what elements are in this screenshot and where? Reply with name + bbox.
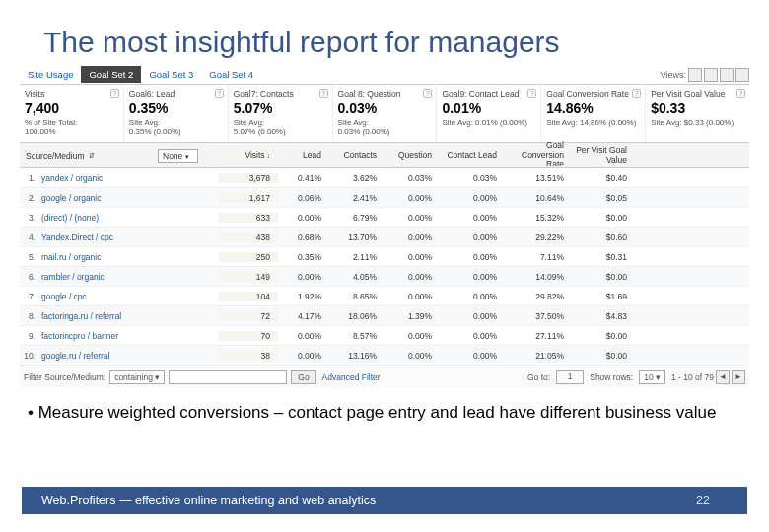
cell-pvgv: $0.05 <box>572 193 635 203</box>
header-question[interactable]: Question <box>384 151 440 160</box>
help-icon[interactable]: ? <box>736 89 745 98</box>
cell-pvgv: $1.69 <box>572 292 635 301</box>
header-lead[interactable]: Lead <box>278 151 329 160</box>
table-row[interactable]: 10.google.ru / referral380.00%13.16%0.00… <box>20 346 749 366</box>
help-icon[interactable]: ? <box>319 89 328 98</box>
view-pie-icon[interactable] <box>704 68 718 82</box>
cell-lead: 0.41% <box>278 173 329 183</box>
prev-page-button[interactable]: ◄ <box>716 370 730 384</box>
cell-visits: 633 <box>219 213 278 223</box>
filter-label: Filter Source/Medium: <box>24 372 105 382</box>
tab-goal-set-3[interactable]: Goal Set 3 <box>141 66 201 83</box>
cell-lead: 0.00% <box>278 213 329 223</box>
metric-card: ?Goal6: Lead0.35%Site Avg:0.35% (0.00%) <box>124 85 229 142</box>
cell-contacts: 13.70% <box>329 233 384 242</box>
metric-sub: Site Avg: 14.86% (0.00%) <box>546 118 640 127</box>
row-source[interactable]: google.ru / referral <box>39 351 158 361</box>
row-source[interactable]: factoringa.ru / referral <box>39 311 158 321</box>
header-gcr[interactable]: Goal Conversion Rate <box>505 141 572 168</box>
cell-lead: 0.68% <box>278 233 329 242</box>
cell-gcr: 10.64% <box>505 193 572 203</box>
secondary-dimension[interactable]: None <box>158 149 219 163</box>
cell-lead: 0.00% <box>278 331 329 341</box>
cell-contact-lead: 0.00% <box>440 292 505 301</box>
table-row[interactable]: 9.factorincpro / banner700.00%8.57%0.00%… <box>20 326 749 346</box>
cell-visits: 250 <box>219 252 278 262</box>
cell-gcr: 15.32% <box>505 213 572 223</box>
page-number: 22 <box>659 494 747 507</box>
cell-contact-lead: 0.00% <box>440 213 505 223</box>
cell-contact-lead: 0.00% <box>440 331 505 341</box>
help-icon[interactable]: ? <box>110 89 119 98</box>
cell-visits: 38 <box>219 351 278 361</box>
view-bar-icon[interactable] <box>720 68 734 82</box>
header-visits[interactable]: Visits ↓ <box>219 151 278 160</box>
tabs-row: Site Usage Goal Set 2 Goal Set 3 Goal Se… <box>20 65 749 85</box>
help-icon[interactable]: ? <box>215 89 224 98</box>
help-icon[interactable]: ? <box>527 89 536 98</box>
tab-goal-set-4[interactable]: Goal Set 4 <box>201 66 261 83</box>
advanced-filter-link[interactable]: Advanced Filter <box>322 372 381 382</box>
cell-lead: 0.06% <box>278 193 329 203</box>
metric-card: ?Goal 8: Question0.03%Site Avg:0.03% (0.… <box>333 85 438 142</box>
cell-lead: 0.35% <box>278 252 329 262</box>
row-source[interactable]: google / organic <box>39 193 158 203</box>
cell-gcr: 29.82% <box>505 292 572 301</box>
table-row[interactable]: 4.Yandex.Direct / cpc4380.68%13.70%0.00%… <box>20 228 749 247</box>
table-row[interactable]: 7.google / cpc1041.92%8.65%0.00%0.00%29.… <box>20 287 749 306</box>
row-source[interactable]: yandex / organic <box>39 173 158 183</box>
slide-title: The most insightful report for managers <box>0 0 769 65</box>
metric-label: Goal 8: Question <box>338 89 432 99</box>
tab-site-usage[interactable]: Site Usage <box>20 66 81 83</box>
cell-visits: 72 <box>219 311 278 321</box>
cell-gcr: 27.11% <box>505 331 572 341</box>
views-label: Views: <box>661 70 686 80</box>
cell-question: 0.00% <box>384 292 440 301</box>
table-row[interactable]: 3.(direct) / (none)6330.00%6.79%0.00%0.0… <box>20 208 749 228</box>
cell-gcr: 13.51% <box>505 173 572 183</box>
view-table-icon[interactable] <box>688 68 702 82</box>
analytics-report: Site Usage Goal Set 2 Goal Set 3 Goal Se… <box>20 65 749 387</box>
cell-contacts: 4.05% <box>329 272 384 282</box>
metric-card: ?Goal Conversion Rate14.86%Site Avg: 14.… <box>541 85 646 142</box>
table-footer: Filter Source/Medium: containing ▾ Go Ad… <box>20 366 749 387</box>
row-source[interactable]: factorincpro / banner <box>39 331 158 341</box>
row-index: 10. <box>20 351 39 361</box>
header-contacts[interactable]: Contacts <box>329 151 384 160</box>
cell-visits: 149 <box>219 272 278 282</box>
metric-label: Goal7: Contacts <box>234 89 327 99</box>
cell-gcr: 37.50% <box>505 311 572 321</box>
cell-gcr: 21.05% <box>505 351 572 361</box>
header-contact-lead[interactable]: Contact Lead <box>440 151 505 160</box>
rows-select[interactable]: 10 ▾ <box>639 370 665 384</box>
go-button[interactable]: Go <box>291 370 315 384</box>
next-page-button[interactable]: ► <box>732 370 745 384</box>
row-source[interactable]: (direct) / (none) <box>39 213 158 223</box>
header-source[interactable]: Source/Medium ⇵ <box>20 151 158 161</box>
table-row[interactable]: 2.google / organic1,6170.06%2.41%0.00%0.… <box>20 188 749 208</box>
row-source[interactable]: Yandex.Direct / cpc <box>39 233 158 242</box>
table-body: 1.yandex / organic3,6780.41%3.62%0.03%0.… <box>20 168 749 366</box>
view-comparison-icon[interactable] <box>735 68 749 82</box>
help-icon[interactable]: ? <box>632 89 641 98</box>
table-row[interactable]: 1.yandex / organic3,6780.41%3.62%0.03%0.… <box>20 168 749 188</box>
filter-input[interactable] <box>169 370 287 384</box>
metric-value: 5.07% <box>234 100 327 116</box>
table-row[interactable]: 8.factoringa.ru / referral724.17%18.06%1… <box>20 306 749 326</box>
table-row[interactable]: 5.mail.ru / organic2500.35%2.11%0.00%0.0… <box>20 247 749 267</box>
row-source[interactable]: mail.ru / organic <box>39 252 158 262</box>
filter-mode-select[interactable]: containing ▾ <box>109 370 165 384</box>
header-pvgv[interactable]: Per Visit Goal Value <box>572 146 635 165</box>
cell-pvgv: $0.60 <box>572 233 635 242</box>
help-icon[interactable]: ? <box>423 89 432 98</box>
cell-question: 0.00% <box>384 213 440 223</box>
goto-input[interactable]: 1 <box>556 370 584 384</box>
row-index: 5. <box>20 252 39 262</box>
metric-label: Goal6: Lead <box>129 89 223 99</box>
tab-goal-set-2[interactable]: Goal Set 2 <box>81 66 141 83</box>
none-select[interactable]: None <box>158 149 198 163</box>
row-source[interactable]: rambler / organic <box>39 272 158 282</box>
table-row[interactable]: 6.rambler / organic1490.00%4.05%0.00%0.0… <box>20 267 749 287</box>
row-source[interactable]: google / cpc <box>39 292 158 301</box>
cell-lead: 0.00% <box>278 351 329 361</box>
